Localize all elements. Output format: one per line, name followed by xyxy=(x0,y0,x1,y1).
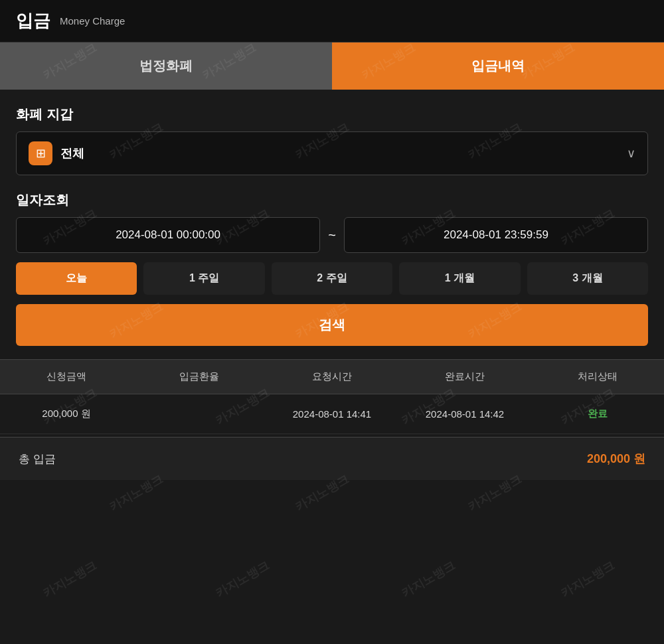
wallet-selected-label: 전체 xyxy=(60,145,84,161)
date-section-label: 일자조회 xyxy=(16,191,648,209)
tab-bar: 법정화폐 입금내역 xyxy=(0,42,664,90)
wallet-left: ⊞ 전체 xyxy=(29,141,84,165)
page-title-kr: 입금 xyxy=(16,9,50,33)
period-1week-button[interactable]: 1 주일 xyxy=(143,262,264,295)
watermark-23: 카지노뱅크 xyxy=(212,557,272,601)
col-request-time: 요청시간 xyxy=(266,360,398,394)
cell-exchange-rate xyxy=(133,401,266,428)
cell-amount: 200,000 원 xyxy=(0,394,133,434)
tab-history[interactable]: 입금내역 xyxy=(332,42,664,90)
watermark-25: 카지노뱅크 xyxy=(558,557,618,601)
col-status: 처리상태 xyxy=(531,360,664,394)
table-header: 신청금액 입금환율 요청시간 완료시간 처리상태 xyxy=(0,359,664,394)
watermark-24: 카지노뱅크 xyxy=(398,557,458,601)
period-3month-button[interactable]: 3 개월 xyxy=(527,262,648,295)
footer-label: 총 입금 xyxy=(19,451,56,467)
chevron-down-icon: ∨ xyxy=(627,146,635,161)
date-separator: ~ xyxy=(328,228,336,243)
period-1month-button[interactable]: 1 개월 xyxy=(399,262,520,295)
cell-complete-time: 2024-08-01 14:42 xyxy=(398,395,531,433)
date-range-row: 2024-08-01 00:00:00 ~ 2024-08-01 23:59:5… xyxy=(16,217,648,253)
header: 입금 Money Charge xyxy=(0,0,664,42)
tab-fiat[interactable]: 법정화폐 xyxy=(0,42,332,90)
table-section: 신청금액 입금환율 요청시간 완료시간 처리상태 200,000 원 2024-… xyxy=(0,359,664,434)
start-date-input[interactable]: 2024-08-01 00:00:00 xyxy=(16,217,320,253)
wallet-section-label: 화폐 지갑 xyxy=(16,106,648,123)
search-button[interactable]: 검색 xyxy=(16,304,648,346)
col-exchange-rate: 입금환율 xyxy=(133,360,266,394)
col-complete-time: 완료시간 xyxy=(398,360,531,394)
footer-total-row: 총 입금 200,000 원 xyxy=(0,437,664,480)
page-title-en: Money Charge xyxy=(60,15,125,27)
cell-request-time: 2024-08-01 14:41 xyxy=(266,395,398,433)
wallet-dropdown[interactable]: ⊞ 전체 ∨ xyxy=(16,131,648,175)
page-wrapper: 입금 Money Charge 법정화폐 입금내역 화폐 지갑 ⊞ 전체 ∨ 일… xyxy=(0,0,664,644)
cell-status: 완료 xyxy=(531,394,664,434)
col-amount: 신청금액 xyxy=(0,360,133,394)
main-content: 화폐 지갑 ⊞ 전체 ∨ 일자조회 2024-08-01 00:00:00 ~ … xyxy=(0,90,664,346)
end-date-input[interactable]: 2024-08-01 23:59:59 xyxy=(344,217,648,253)
period-2week-button[interactable]: 2 주일 xyxy=(272,262,392,295)
watermark-22: 카지노뱅크 xyxy=(40,557,100,601)
footer-value: 200,000 원 xyxy=(587,451,645,467)
wallet-icon: ⊞ xyxy=(29,141,52,165)
period-today-button[interactable]: 오늘 xyxy=(16,262,137,295)
table-row: 200,000 원 2024-08-01 14:41 2024-08-01 14… xyxy=(0,394,664,434)
period-buttons: 오늘 1 주일 2 주일 1 개월 3 개월 xyxy=(16,262,648,295)
